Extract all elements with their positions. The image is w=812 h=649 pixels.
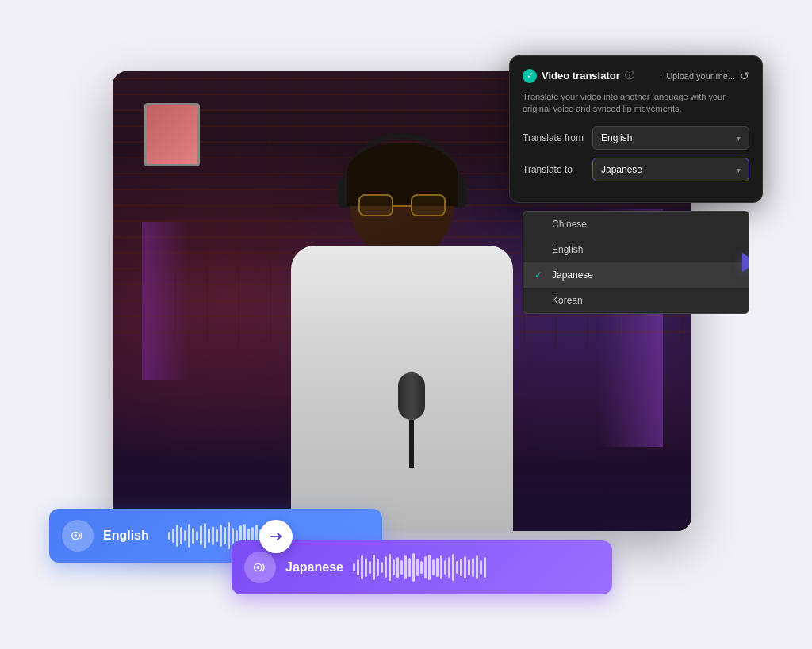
info-icon[interactable]: ⓘ bbox=[625, 69, 634, 82]
translator-panel: ✓ Video translator ⓘ ↑ Upload your me...… bbox=[509, 55, 763, 204]
translate-to-row: Translate to Japanese ▾ bbox=[523, 158, 749, 181]
refresh-button[interactable]: ↺ bbox=[740, 70, 749, 82]
dropdown-item-chinese[interactable]: Chinese bbox=[523, 212, 749, 237]
person-head bbox=[350, 143, 454, 258]
translate-from-label: Translate from bbox=[523, 132, 586, 143]
dropdown-item-english[interactable]: English bbox=[523, 237, 749, 262]
translate-from-select[interactable]: English ▾ bbox=[592, 126, 749, 150]
cursor-arrow bbox=[742, 253, 749, 272]
person-glasses bbox=[358, 194, 446, 216]
translate-to-label: Translate to bbox=[523, 164, 586, 175]
to-arrow-icon: ▾ bbox=[737, 166, 741, 174]
panel-title-row: ✓ Video translator ⓘ bbox=[523, 69, 634, 83]
korean-label: Korean bbox=[552, 295, 583, 306]
audio-bar-japanese: Japanese bbox=[232, 540, 612, 594]
japanese-speaker-icon bbox=[244, 552, 276, 583]
japanese-waveform bbox=[353, 553, 599, 582]
upload-arrow-icon: ↑ bbox=[659, 71, 664, 81]
upload-label: Upload your me... bbox=[666, 71, 735, 81]
japanese-label: Japanese bbox=[552, 269, 593, 281]
english-audio-label: English bbox=[103, 529, 159, 543]
translation-arrow bbox=[259, 520, 293, 553]
japanese-audio-label: Japanese bbox=[285, 560, 343, 575]
wall-picture bbox=[144, 103, 200, 166]
panel-title: Video translator bbox=[542, 70, 620, 82]
language-dropdown: Chinese English ✓ Japanese Korean bbox=[523, 211, 749, 314]
check-japanese: ✓ bbox=[534, 269, 546, 281]
translate-from-row: Translate from English ▾ bbox=[523, 126, 749, 150]
svg-point-3 bbox=[256, 566, 259, 569]
from-value: English bbox=[601, 132, 632, 143]
dropdown-item-japanese[interactable]: ✓ Japanese bbox=[523, 262, 749, 288]
chinese-label: Chinese bbox=[552, 219, 587, 230]
svg-point-1 bbox=[74, 534, 77, 537]
english-speaker-icon bbox=[62, 520, 94, 552]
to-value: Japanese bbox=[601, 164, 642, 175]
bg-light-left bbox=[142, 222, 190, 380]
microphone bbox=[396, 372, 427, 468]
scene-container: ✓ Video translator ⓘ ↑ Upload your me...… bbox=[49, 40, 763, 610]
person-silhouette bbox=[267, 119, 537, 531]
upload-button[interactable]: ↑ Upload your me... bbox=[659, 71, 735, 81]
dropdown-item-korean[interactable]: Korean bbox=[523, 288, 749, 313]
from-arrow-icon: ▾ bbox=[737, 134, 741, 143]
panel-description: Translate your video into another langua… bbox=[523, 91, 749, 116]
panel-header: ✓ Video translator ⓘ ↑ Upload your me...… bbox=[523, 69, 749, 83]
check-badge: ✓ bbox=[523, 69, 537, 83]
english-label: English bbox=[552, 244, 583, 255]
translate-to-select[interactable]: Japanese ▾ bbox=[592, 158, 749, 181]
